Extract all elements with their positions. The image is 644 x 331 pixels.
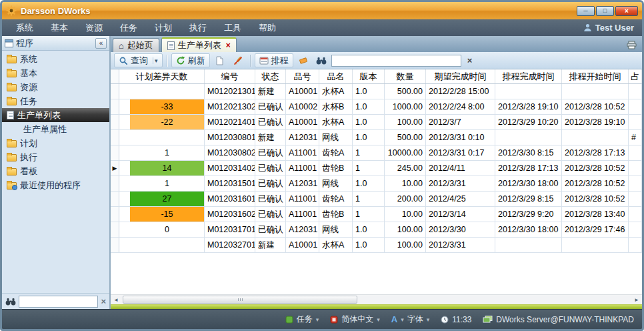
menu-item-工具[interactable]: 工具 — [215, 19, 250, 36]
scroll-left-icon[interactable]: ◄ — [111, 295, 121, 304]
menu-item-帮助[interactable]: 帮助 — [250, 19, 285, 36]
font-dropdown-icon[interactable]: ▾ — [427, 316, 430, 323]
language-dropdown-icon[interactable]: ▾ — [377, 316, 380, 323]
sidebar-item-资源[interactable]: 资源 — [2, 80, 109, 94]
grid-row[interactable]: M012032701新建A10001水杯A1.0100.002012/3/31 — [111, 238, 642, 253]
cell-占 — [629, 145, 642, 160]
toolbar-clear-icon[interactable]: × — [463, 54, 477, 67]
toolbar-search-input[interactable] — [331, 55, 461, 67]
scrollbar-thumb[interactable] — [123, 296, 357, 304]
sidebar-item-计划[interactable]: 计划 — [2, 136, 109, 150]
row-header-cell[interactable] — [111, 145, 119, 160]
column-header-状态[interactable]: 状态 — [255, 69, 286, 83]
eraser-button[interactable] — [295, 53, 311, 67]
cell-状态: 已确认 — [255, 161, 286, 176]
grid-row[interactable]: ▶14M012031402已确认A11001齿轮B1245.002012/4/1… — [111, 161, 642, 176]
titlebar: Darsson DWorks ─ □ × — [2, 2, 642, 19]
scrollbar-track[interactable] — [121, 295, 631, 304]
row-header-cell[interactable] — [111, 84, 119, 99]
task-dropdown-icon[interactable]: ▾ — [316, 316, 319, 323]
statusbar-language[interactable]: 简体中文 ▾ — [330, 314, 380, 325]
cell-占: # — [629, 130, 642, 145]
cell-占 — [629, 99, 642, 114]
cell-排程完成时间: 2012/3/29 10:20 — [495, 115, 562, 129]
font-a-dropdown-icon[interactable]: ▾ — [401, 316, 404, 323]
row-header-cell[interactable] — [111, 238, 119, 252]
grid-row[interactable]: -22M012021401已确认A10001水杯A1.0100.002012/3… — [111, 115, 642, 130]
sidebar-item-基本[interactable]: 基本 — [2, 66, 109, 80]
cell-期望完成时间: 2012/3/31 — [426, 176, 495, 191]
grid-row[interactable]: 27M012031601已确认A11001齿轮A1200.002012/4/25… — [111, 192, 642, 207]
maximize-button[interactable]: □ — [596, 6, 614, 16]
column-header-计划差异天数[interactable]: 计划差异天数 — [119, 69, 205, 83]
printer-icon[interactable] — [624, 41, 639, 49]
find-button[interactable] — [313, 53, 329, 67]
cell-编号: M012031601 — [205, 192, 255, 206]
query-dropdown-icon[interactable]: ▾ — [153, 57, 158, 64]
sidebar-search-input[interactable] — [19, 296, 98, 308]
grid-row[interactable]: -33M012021302已确认A10002水杯B1.01000.002012/… — [111, 99, 642, 115]
column-header-占[interactable]: 占 — [629, 69, 642, 83]
schedule-button[interactable]: 排程 — [255, 53, 293, 67]
sidebar-collapse-button[interactable]: « — [95, 38, 107, 49]
menu-item-基本[interactable]: 基本 — [42, 19, 77, 36]
tab-起始页[interactable]: ⌂起始页 — [113, 38, 159, 52]
tab-生产单列表[interactable]: 生产单列表× — [161, 37, 237, 52]
column-header-编号[interactable]: 编号 — [205, 69, 255, 83]
sidebar-search-clear-icon[interactable]: × — [101, 296, 106, 306]
row-header-cell[interactable] — [111, 222, 119, 237]
row-header-cell[interactable] — [111, 192, 119, 206]
sidebar-item-生产单属性[interactable]: 生产单属性 — [2, 122, 109, 136]
scroll-right-icon[interactable]: ► — [631, 295, 642, 304]
server-label: DWorks Server@FUNWAY-THINKPAD — [496, 315, 634, 324]
menu-item-资源[interactable]: 资源 — [77, 19, 111, 36]
sidebar-item-label: 生产单列表 — [17, 109, 61, 121]
grid-row[interactable]: 0M012031701已确认A12031网线1.0100.002012/3/30… — [111, 222, 642, 238]
row-header-cell[interactable] — [111, 176, 119, 191]
toolbar-separator — [250, 55, 251, 67]
minimize-button[interactable]: ─ — [577, 6, 595, 16]
query-button[interactable]: 查询 ▾ — [114, 53, 163, 67]
sidebar-item-生产单列表[interactable]: 生产单列表 — [2, 108, 109, 122]
sidebar-item-最近使用的程序[interactable]: 最近使用的程序 — [2, 178, 109, 192]
row-header-cell[interactable] — [111, 130, 119, 145]
grid-row[interactable]: M012030801新建A12031网线1.0500.002012/3/31 0… — [111, 130, 642, 145]
column-header-排程开始时间[interactable]: 排程开始时间 — [562, 69, 629, 83]
sidebar-item-看板[interactable]: 看板 — [2, 164, 109, 178]
column-header-数量[interactable]: 数量 — [385, 69, 426, 83]
user-area[interactable]: Test User — [583, 23, 637, 33]
menu-item-系统[interactable]: 系统 — [7, 19, 42, 36]
menu-item-执行[interactable]: 执行 — [181, 19, 215, 36]
column-header-版本[interactable]: 版本 — [353, 69, 385, 83]
edit-button[interactable] — [230, 53, 246, 67]
statusbar-font[interactable]: A ▾ 字体 ▾ — [391, 314, 429, 325]
menu-item-计划[interactable]: 计划 — [146, 19, 181, 36]
cell-品名: 网线 — [319, 176, 353, 191]
grid-row[interactable]: M012021301新建A10001水杯A1.0500.002012/2/28 … — [111, 84, 642, 99]
tab-label: 生产单列表 — [178, 39, 221, 51]
grid-row[interactable]: -15M012031602已确认A11001齿轮B110.002012/3/14… — [111, 207, 642, 222]
close-button[interactable]: × — [615, 6, 638, 16]
refresh-button[interactable]: 刷新 — [171, 53, 210, 67]
grid-row[interactable]: 1M012030802已确认A11001齿轮A110000.002012/3/3… — [111, 145, 642, 161]
sidebar-item-系统[interactable]: 系统 — [2, 52, 109, 66]
sidebar-item-任务[interactable]: 任务 — [2, 94, 109, 108]
new-document-button[interactable] — [212, 53, 228, 67]
menu-item-任务[interactable]: 任务 — [111, 19, 146, 36]
row-header-cell[interactable] — [111, 99, 119, 114]
grid-row[interactable]: 1M012031501已确认A12031网线1.010.002012/3/312… — [111, 176, 642, 192]
statusbar-task[interactable]: 任务 ▾ — [285, 314, 319, 325]
column-header-排程完成时间[interactable]: 排程完成时间 — [495, 69, 562, 83]
row-header-cell[interactable] — [111, 115, 119, 129]
row-header-cell[interactable] — [111, 207, 119, 222]
column-header-品号[interactable]: 品号 — [286, 69, 319, 83]
column-header-期望完成时间[interactable]: 期望完成时间 — [426, 69, 495, 83]
sidebar-item-执行[interactable]: 执行 — [2, 150, 109, 164]
column-header-品名[interactable]: 品名 — [319, 69, 353, 83]
row-header-cell[interactable]: ▶ — [111, 161, 119, 176]
horizontal-scrollbar[interactable]: ◄ ► — [111, 294, 642, 304]
cell-期望完成时间: 2012/3/30 — [426, 222, 495, 237]
tab-close-icon[interactable]: × — [226, 41, 231, 50]
cell-diff-days — [119, 238, 205, 252]
cell-状态: 新建 — [255, 84, 286, 99]
